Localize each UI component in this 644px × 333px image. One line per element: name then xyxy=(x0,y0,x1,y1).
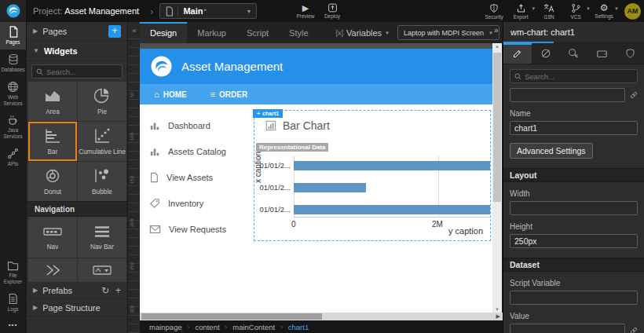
add-prefab-icon[interactable]: + xyxy=(115,285,121,296)
menu-item-view-requests[interactable]: View Requests xyxy=(149,216,251,242)
widget-tile-bubble[interactable]: Bubble xyxy=(78,162,126,201)
tab-security[interactable] xyxy=(616,43,644,64)
menu-item-view-assets[interactable]: View Assets xyxy=(149,164,251,190)
chevron-right-icon: › xyxy=(280,324,283,331)
export-button[interactable]: Export xyxy=(507,0,534,22)
bind-link-icon[interactable] xyxy=(630,326,638,333)
widget-tile-donut[interactable]: Donut xyxy=(28,162,77,201)
canvas-toolbar: Design Markup Script Style [x] Variables… xyxy=(140,22,503,43)
rail-item-apis[interactable]: APIs xyxy=(0,144,26,171)
rail-item-databases[interactable]: Databases xyxy=(0,49,26,77)
canvas-horizontal-scrollbar[interactable]: ▶ xyxy=(140,313,503,320)
width-input[interactable] xyxy=(514,203,633,213)
height-input[interactable] xyxy=(514,236,633,246)
pages-icon xyxy=(8,26,19,38)
rail-item-logs[interactable]: Logs xyxy=(0,289,26,317)
widget-tile-cumulative-line[interactable]: Cumulative Line xyxy=(78,122,126,161)
scrollbar-thumb[interactable] xyxy=(493,53,501,202)
pages-accordion[interactable]: ▶ Pages + xyxy=(27,22,127,41)
user-avatar[interactable]: AM xyxy=(624,3,641,20)
advanced-settings-button[interactable]: Advanced Settings xyxy=(510,143,593,159)
widget-tile-nav[interactable]: Nav xyxy=(28,217,77,258)
value-input[interactable] xyxy=(514,326,620,333)
refresh-icon[interactable]: ↻ xyxy=(101,285,109,296)
tab-styles[interactable] xyxy=(532,43,560,64)
chart-widget-selection[interactable]: Bar Chart Representational Data 01/01/2.… xyxy=(254,110,491,241)
widgets-accordion[interactable]: ▼ Widgets xyxy=(27,41,127,61)
widget-tile-bar[interactable]: Bar xyxy=(28,122,77,161)
modified-indicator: * xyxy=(203,7,207,15)
rail-item-java-services[interactable]: Java Services xyxy=(0,110,26,144)
deploy-button[interactable]: Deploy xyxy=(319,0,346,22)
scroll-down-icon[interactable]: ▼ xyxy=(492,307,502,312)
tab-search-properties[interactable] xyxy=(560,43,588,64)
select-box-icon xyxy=(92,263,112,277)
bar-row: 01/01/2... xyxy=(294,161,490,170)
canvas-vertical-scrollbar[interactable]: ▲ ▼ xyxy=(492,43,502,313)
breadcrumb-item[interactable]: mainContent xyxy=(232,323,275,331)
styles-icon xyxy=(540,48,551,59)
bar[interactable] xyxy=(294,183,366,192)
rail-item-web-services[interactable]: Web Services xyxy=(0,77,26,111)
menu-item-dashboard[interactable]: Dashboard xyxy=(149,112,251,138)
hamburger-menu-icon xyxy=(93,224,112,240)
breadcrumb-item-current[interactable]: chart1 xyxy=(288,323,309,331)
prefabs-accordion[interactable]: ▶ Prefabs ↻ + xyxy=(27,282,127,299)
bar[interactable] xyxy=(294,205,490,214)
scroll-up-icon[interactable]: ▲ xyxy=(492,44,502,49)
menu-item-assets-catalog[interactable]: Assets Catalog xyxy=(149,138,251,164)
bar-chart-icon xyxy=(149,146,160,156)
tab-markup[interactable]: Markup xyxy=(187,22,236,43)
wavemaker-logo[interactable] xyxy=(0,0,26,22)
scrollbar-thumb[interactable] xyxy=(141,313,322,320)
pencil-icon xyxy=(512,49,522,59)
settings-button[interactable]: ⚙ Settings xyxy=(591,0,617,22)
page-structure-accordion[interactable]: ▶ Page Structure xyxy=(27,299,127,317)
preview-button[interactable]: ▶ Preview xyxy=(292,0,319,22)
axis-tick: 0 xyxy=(291,220,296,229)
widget-search-input[interactable] xyxy=(46,68,118,76)
rail-item-pages[interactable]: Pages xyxy=(0,22,26,49)
tab-script[interactable]: Script xyxy=(236,22,279,43)
selected-widget-tag[interactable]: + chart1 xyxy=(253,109,283,118)
bar[interactable] xyxy=(294,161,490,170)
nav-item-order[interactable]: ≡ ORDER xyxy=(210,90,248,99)
scrolled-property-input[interactable] xyxy=(514,90,620,100)
tab-design[interactable]: Design xyxy=(140,22,187,43)
widget-tile-nav-bar[interactable]: Nav Bar xyxy=(78,217,126,258)
tab-style[interactable]: Style xyxy=(279,22,318,43)
shield-icon xyxy=(625,48,635,59)
breadcrumb-item[interactable]: mainpage xyxy=(149,323,182,331)
variables-dropdown[interactable]: [x] Variables ▼ xyxy=(336,28,390,38)
rail-item-file-explorer[interactable]: File Explorer xyxy=(0,257,26,289)
expand-right-panel-icon[interactable]: » xyxy=(494,26,499,35)
breadcrumb-item[interactable]: content xyxy=(195,323,219,331)
script-variable-input[interactable] xyxy=(514,293,633,302)
navigation-widgets-grid: Nav Nav Bar xyxy=(27,217,127,282)
bind-link-icon[interactable] xyxy=(630,90,638,100)
top-bar-right-actions: Security Export ▼ i18N xyxy=(481,0,641,22)
scroll-right-icon[interactable]: ▶ xyxy=(496,313,500,320)
security-button[interactable]: Security xyxy=(481,0,507,22)
vcs-button[interactable]: VCS xyxy=(562,0,589,22)
add-page-button[interactable]: + xyxy=(108,25,121,38)
nav-item-home[interactable]: ⌂ HOME xyxy=(154,90,187,99)
project-title: Project:Asset Management xyxy=(33,6,139,16)
name-input[interactable] xyxy=(514,123,633,133)
bar-row: 01/01/2... xyxy=(294,205,490,214)
i18n-button[interactable]: i18N xyxy=(536,0,562,22)
tab-properties[interactable] xyxy=(503,43,532,64)
device-selector-dropdown[interactable]: Laptop with MDPI Screen ▼ xyxy=(397,25,499,40)
widget-tile-area[interactable]: Area xyxy=(28,82,77,121)
page-icon xyxy=(165,6,174,16)
play-icon: ▶ xyxy=(302,4,309,13)
widget-tile-partial-left[interactable] xyxy=(28,258,77,282)
rail-overflow-menu[interactable]: ••• xyxy=(0,317,26,333)
widget-tile-partial-right[interactable] xyxy=(78,258,126,282)
menu-item-inventory[interactable]: Inventory xyxy=(149,190,251,216)
tab-device[interactable] xyxy=(587,43,616,64)
widget-tile-pie[interactable]: Pie xyxy=(78,82,126,121)
page-selector-dropdown[interactable]: Main * ▼ xyxy=(159,3,257,19)
property-search-input[interactable] xyxy=(525,72,633,81)
collapse-panel-icon[interactable]: « xyxy=(128,27,140,35)
